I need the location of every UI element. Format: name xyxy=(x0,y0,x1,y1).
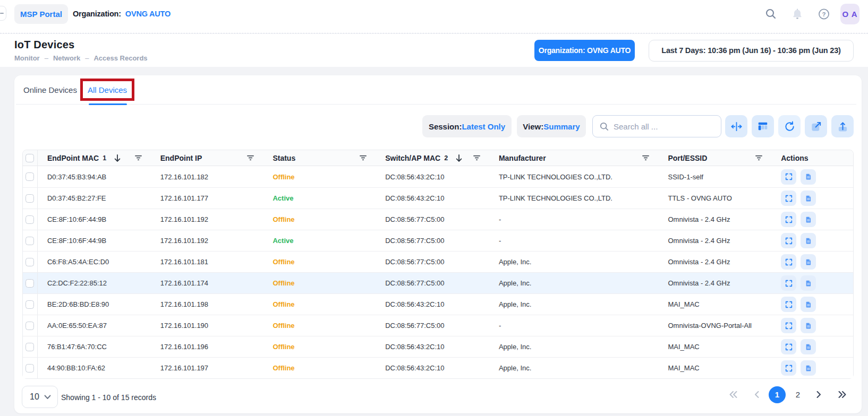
expand-row-button[interactable] xyxy=(781,233,796,248)
row-checkbox-cell[interactable] xyxy=(23,358,38,378)
row-checkbox-cell[interactable] xyxy=(23,252,38,272)
table-columns-button[interactable] xyxy=(752,115,774,137)
details-button[interactable] xyxy=(801,275,816,291)
expand-row-button[interactable] xyxy=(781,212,796,227)
expand-row-button[interactable] xyxy=(781,169,796,185)
details-button[interactable] xyxy=(801,297,816,312)
table-row[interactable]: 44:90:BB:10:FA:62 172.16.101.197 Offline… xyxy=(23,357,853,378)
first-page-button[interactable] xyxy=(726,391,740,398)
upload-button[interactable] xyxy=(831,115,854,137)
expand-row-button[interactable] xyxy=(781,275,796,291)
checkbox[interactable] xyxy=(25,194,34,203)
details-button[interactable] xyxy=(801,233,816,248)
next-page-button[interactable] xyxy=(812,391,826,398)
fullscreen-icon xyxy=(785,194,793,203)
checkbox[interactable] xyxy=(25,322,34,330)
breadcrumb-item-access-records[interactable]: Access Records xyxy=(93,54,147,62)
organization-button[interactable]: Organization: OVNG AUTO xyxy=(534,40,635,61)
checkbox[interactable] xyxy=(25,172,34,181)
checkbox[interactable] xyxy=(25,343,34,351)
table-row[interactable]: D0:37:45:B2:27:FE 172.16.101.177 Active … xyxy=(23,187,853,209)
open-external-button[interactable] xyxy=(805,115,827,137)
details-button[interactable] xyxy=(801,212,816,227)
filter-icon[interactable] xyxy=(246,154,254,162)
expand-row-button[interactable] xyxy=(781,254,796,270)
table-row[interactable]: C6:F8:A5:4A:EC:D0 172.16.101.181 Offline… xyxy=(23,251,853,272)
expand-row-button[interactable] xyxy=(781,318,796,333)
column-header-switch-ap-mac[interactable]: Switch/AP MAC 2 xyxy=(376,150,489,166)
table-row[interactable]: AA:0E:65:50:EA:87 172.16.101.190 Offline… xyxy=(23,315,853,336)
table-row[interactable]: CE:8F:10:6F:44:9B 172.16.101.192 Active … xyxy=(23,230,853,251)
table-row[interactable]: BE:2D:6B:BD:E8:90 172.16.101.198 Offline… xyxy=(23,293,853,315)
details-button[interactable] xyxy=(801,254,816,270)
cell-actions xyxy=(771,273,853,293)
select-all-checkbox[interactable] xyxy=(23,150,38,166)
session-filter-button[interactable]: Session:Latest Only xyxy=(422,115,512,137)
search-icon[interactable] xyxy=(765,8,777,20)
tab-online-devices[interactable]: Online Devices xyxy=(23,85,77,94)
expand-row-button[interactable] xyxy=(781,360,796,376)
sidebar-toggle-button[interactable] xyxy=(0,6,6,21)
page-button-2[interactable]: 2 xyxy=(791,390,805,399)
column-header-actions: Actions xyxy=(771,150,853,166)
checkbox[interactable] xyxy=(25,215,34,224)
search-input[interactable] xyxy=(614,122,709,131)
row-checkbox-cell[interactable] xyxy=(23,188,38,209)
sort-desc-icon[interactable] xyxy=(455,154,463,162)
page-size-select[interactable]: 10 xyxy=(22,386,58,408)
column-header-endpoint-ip[interactable]: EndPoint IP xyxy=(151,150,263,166)
details-button[interactable] xyxy=(801,190,816,206)
row-checkbox-cell[interactable] xyxy=(23,315,38,336)
details-button[interactable] xyxy=(801,318,816,333)
refresh-button[interactable] xyxy=(778,115,801,137)
last-page-button[interactable] xyxy=(836,391,849,398)
avatar[interactable]: O A xyxy=(840,4,860,24)
details-button[interactable] xyxy=(801,360,816,376)
row-checkbox-cell[interactable] xyxy=(23,166,38,187)
column-resize-button[interactable] xyxy=(725,115,747,137)
cell-endpoint-mac: CE:8F:10:6F:44:9B xyxy=(38,230,151,251)
breadcrumb-item-network[interactable]: Network xyxy=(53,54,80,62)
filter-icon[interactable] xyxy=(473,154,481,162)
table-row[interactable]: 76:B1:47:6A:70:CC 172.16.101.196 Offline… xyxy=(23,336,853,357)
page-button-1[interactable]: 1 xyxy=(769,386,786,403)
details-button[interactable] xyxy=(801,169,816,185)
checkbox[interactable] xyxy=(25,364,34,372)
table-row[interactable]: CE:8F:10:6F:44:9B 172.16.101.192 Offline… xyxy=(23,209,853,230)
table-row[interactable]: C2:DC:F2:22:85:12 172.16.101.174 Offline… xyxy=(23,272,853,293)
details-button[interactable] xyxy=(801,339,816,354)
breadcrumb-item-monitor[interactable]: Monitor xyxy=(14,54,40,62)
row-checkbox-cell[interactable] xyxy=(23,209,38,230)
row-checkbox-cell[interactable] xyxy=(23,230,38,251)
filter-icon[interactable] xyxy=(359,154,367,162)
sort-desc-icon[interactable] xyxy=(114,154,121,162)
expand-row-button[interactable] xyxy=(781,190,796,206)
filter-icon[interactable] xyxy=(134,154,142,162)
organization-value-link[interactable]: OVNG AUTO xyxy=(125,10,171,18)
msp-portal-button[interactable]: MSP Portal xyxy=(14,4,68,24)
prev-page-button[interactable] xyxy=(750,391,764,398)
filter-icon[interactable] xyxy=(755,154,763,162)
expand-row-button[interactable] xyxy=(781,297,796,312)
column-header-manufacturer[interactable]: Manufacturer xyxy=(489,150,659,166)
column-header-endpoint-mac[interactable]: EndPoint MAC 1 xyxy=(38,150,151,166)
checkbox[interactable] xyxy=(25,237,34,245)
column-header-status[interactable]: Status xyxy=(263,150,376,166)
bell-icon[interactable] xyxy=(792,8,803,20)
date-range-picker[interactable]: Last 7 Days: 10:36 pm (Jun 16) - 10:36 p… xyxy=(649,40,854,62)
filter-icon[interactable] xyxy=(642,154,650,162)
help-icon[interactable]: ? xyxy=(818,8,830,20)
column-header-port-essid[interactable]: Port/ESSID xyxy=(658,150,771,166)
checkbox[interactable] xyxy=(25,300,34,309)
cell-switch-ap-mac: DC:08:56:77:C5:00 xyxy=(376,230,489,251)
checkbox[interactable] xyxy=(25,258,34,266)
row-checkbox-cell[interactable] xyxy=(23,336,38,357)
document-icon xyxy=(805,280,812,287)
row-checkbox-cell[interactable] xyxy=(23,294,38,315)
expand-row-button[interactable] xyxy=(781,339,796,354)
checkbox[interactable] xyxy=(25,279,34,288)
checkbox[interactable] xyxy=(25,154,34,162)
view-filter-button[interactable]: View:Summary xyxy=(517,115,586,137)
table-row[interactable]: D0:37:45:B3:94:AB 172.16.101.182 Offline… xyxy=(23,166,853,187)
row-checkbox-cell[interactable] xyxy=(23,273,38,293)
